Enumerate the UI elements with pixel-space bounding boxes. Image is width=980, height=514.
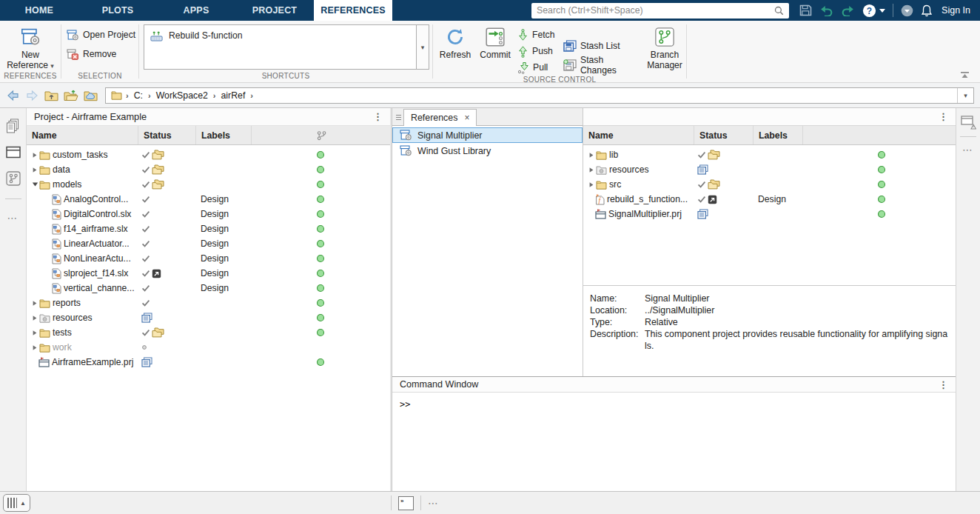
tree-row[interactable]: src	[583, 177, 956, 192]
source-control-panel-icon[interactable]	[6, 171, 21, 186]
tree-row[interactable]: NonLinearActu...Design	[27, 251, 390, 266]
item-label: lib	[609, 150, 618, 160]
expander-collapsed-icon[interactable]	[587, 152, 596, 158]
search-input[interactable]	[537, 5, 774, 16]
up-one-level-button[interactable]	[44, 90, 58, 101]
breadcrumb-airref[interactable]: airRef	[220, 90, 247, 101]
folder-history-dropdown[interactable]: ▾	[957, 88, 973, 103]
column-header-labels[interactable]: Labels	[754, 126, 803, 144]
ribbon-tab-plots[interactable]: PLOTS	[78, 0, 157, 21]
tab-references[interactable]: References ×	[403, 109, 477, 126]
tree-row[interactable]: AnalogControl...Design	[27, 192, 390, 207]
expander-collapsed-icon[interactable]	[30, 152, 39, 158]
more-tools-button[interactable]: ⋯	[428, 497, 440, 509]
commit-button[interactable]: Commit	[476, 21, 514, 76]
pull-button[interactable]: Pull	[517, 59, 560, 76]
tree-row[interactable]: frebuild_s_function...Design	[583, 192, 956, 207]
remove-button[interactable]: Remove	[61, 47, 138, 61]
notifications-bell-icon[interactable]	[921, 4, 933, 17]
panel-menu-button[interactable]: ⋮	[939, 379, 948, 390]
column-header-status[interactable]: Status	[138, 126, 196, 144]
ribbon-tab-apps[interactable]: APPS	[157, 0, 235, 21]
panel-drag-handle-icon[interactable]	[396, 115, 401, 120]
files-panel-icon[interactable]	[6, 119, 20, 133]
column-header-labels[interactable]: Labels	[196, 126, 252, 144]
tree-row[interactable]: SignalMultiplier.prj	[583, 207, 956, 221]
tree-row[interactable]: resources	[583, 162, 956, 177]
ribbon-tab-project[interactable]: PROJECT	[235, 0, 314, 21]
community-button[interactable]	[901, 4, 913, 17]
breadcrumb-drive[interactable]: C:	[132, 90, 144, 101]
browse-folder-button[interactable]	[64, 90, 78, 101]
stacked-folders-icon	[152, 150, 164, 160]
expander-collapsed-icon[interactable]	[30, 167, 39, 173]
forward-button[interactable]	[25, 90, 39, 101]
column-header-branch[interactable]	[252, 126, 390, 144]
ribbon-tab-home[interactable]: HOME	[0, 0, 78, 21]
cloud-folder-button[interactable]	[84, 90, 98, 101]
shortcut-rebuild-s-function[interactable]: Rebuild S-function	[144, 27, 416, 44]
new-reference-button[interactable]: New Reference ▾	[6, 21, 55, 72]
tree-row[interactable]: custom_tasks	[27, 147, 390, 162]
breadcrumb-workspace2[interactable]: WorkSpace2	[155, 90, 209, 101]
refresh-button[interactable]: Refresh	[437, 21, 473, 76]
tree-row[interactable]: vertical_channe...Design	[27, 281, 390, 296]
command-window[interactable]: >>	[392, 393, 956, 491]
tree-row[interactable]: lib	[583, 147, 956, 162]
tree-row[interactable]: work	[27, 340, 390, 355]
open-project-button[interactable]: Open Project	[61, 27, 138, 42]
command-window-popout-button[interactable]: »	[398, 496, 414, 510]
branch-manager-button[interactable]: Branch Manager	[643, 21, 686, 76]
current-folder-field[interactable]: › C: › WorkSpace2 › airRef › ▾	[105, 87, 974, 104]
fetch-button[interactable]: Fetch	[517, 27, 560, 43]
close-icon[interactable]: ×	[464, 113, 469, 123]
tree-row[interactable]: AirframeExample.prj	[27, 355, 390, 370]
undo-button[interactable]	[819, 5, 833, 16]
column-header-status[interactable]: Status	[694, 126, 754, 144]
column-header-name[interactable]: Name	[27, 126, 138, 144]
help-button[interactable]: ?	[862, 4, 885, 18]
tree-row[interactable]: tests	[27, 325, 390, 340]
source-control-status-cell	[252, 150, 390, 159]
ribbon-tab-references[interactable]: REFERENCES	[314, 0, 392, 21]
global-search[interactable]	[531, 3, 789, 19]
minimize-toolstrip-button[interactable]	[960, 72, 970, 79]
project-checks-panel-icon[interactable]	[961, 116, 976, 130]
back-button[interactable]	[6, 90, 20, 101]
expander-collapsed-icon[interactable]	[30, 330, 39, 336]
shortcuts-dropdown-button[interactable]: ▾	[416, 25, 429, 69]
panel-menu-button[interactable]: ⋮	[373, 111, 383, 122]
reference-list-item[interactable]: Signal Multiplier	[392, 127, 583, 143]
expander-expanded-icon[interactable]	[30, 181, 39, 187]
more-panels-button[interactable]: ⋯	[962, 144, 974, 156]
breadcrumb-separator: ›	[209, 91, 220, 100]
status-cell	[138, 164, 196, 175]
stash-changes-button[interactable]: Stash Changes	[563, 56, 640, 75]
tree-row[interactable]: slproject_f14.slxDesign	[27, 266, 390, 281]
push-button[interactable]: Push	[517, 43, 560, 59]
tree-row[interactable]: DigitalControl.slxDesign	[27, 207, 390, 221]
tree-row[interactable]: f14_airframe.slxDesign	[27, 221, 390, 236]
sign-in-link[interactable]: Sign In	[942, 5, 970, 16]
more-panels-button[interactable]: ⋯	[7, 212, 19, 224]
tree-row[interactable]: resources	[27, 310, 390, 325]
labels-cell: Design	[196, 283, 252, 293]
restore-layout-button[interactable]: ▲	[3, 494, 30, 512]
project-panel-icon[interactable]	[6, 146, 21, 158]
stash-list-button[interactable]: Stash List	[563, 36, 640, 56]
expander-collapsed-icon[interactable]	[587, 167, 596, 173]
expander-collapsed-icon[interactable]	[30, 300, 39, 307]
tree-row[interactable]: LinearActuator...Design	[27, 236, 390, 251]
tree-row[interactable]: reports	[27, 296, 390, 310]
redo-button[interactable]	[841, 5, 855, 16]
expander-collapsed-icon[interactable]	[587, 181, 596, 188]
expander-collapsed-icon[interactable]	[30, 315, 39, 321]
reference-list-item[interactable]: Wind Gust Library	[392, 143, 583, 158]
column-header-name[interactable]: Name	[583, 126, 694, 144]
tree-row[interactable]: data	[27, 162, 390, 177]
right-sidebar: ⋯	[956, 108, 980, 491]
expander-collapsed-icon[interactable]	[30, 344, 39, 351]
panel-menu-button[interactable]: ⋮	[939, 111, 948, 122]
tree-row[interactable]: models	[27, 177, 390, 192]
save-button[interactable]	[799, 4, 812, 16]
